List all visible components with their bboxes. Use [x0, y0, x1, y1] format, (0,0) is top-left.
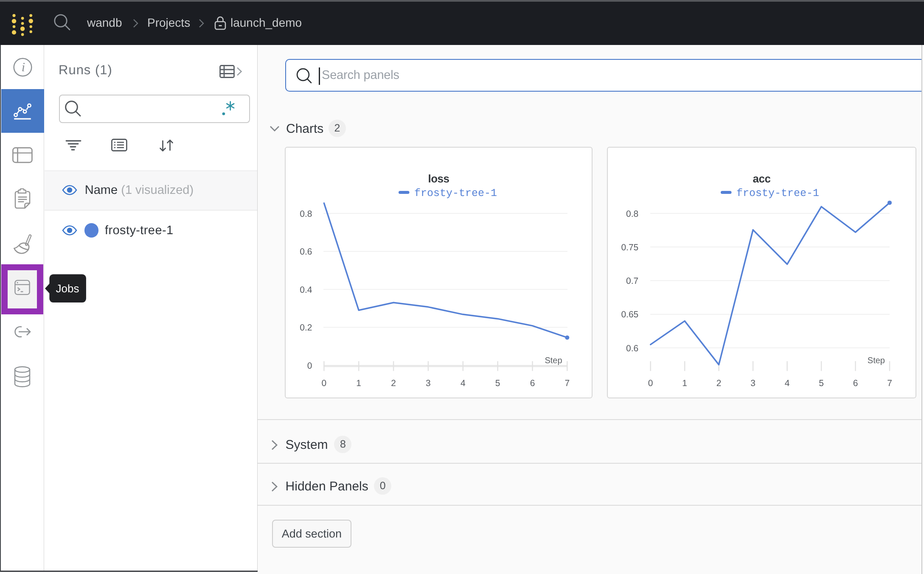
- svg-text:0.6: 0.6: [300, 247, 312, 257]
- svg-text:6: 6: [530, 378, 535, 388]
- svg-text:loss: loss: [428, 172, 449, 185]
- svg-text:4: 4: [461, 378, 466, 388]
- svg-text:Jobs: Jobs: [56, 282, 79, 295]
- svg-text:0.8: 0.8: [300, 209, 312, 219]
- svg-text:i: i: [22, 60, 25, 74]
- svg-text:2: 2: [391, 378, 396, 388]
- svg-text:0: 0: [648, 378, 653, 388]
- svg-text:5: 5: [819, 378, 824, 388]
- svg-text:7: 7: [565, 378, 570, 388]
- svg-text:6: 6: [853, 378, 858, 388]
- svg-text:5: 5: [495, 378, 500, 388]
- svg-text:0.65: 0.65: [621, 310, 638, 319]
- svg-text:0.2: 0.2: [300, 323, 312, 333]
- svg-text:0.6: 0.6: [626, 344, 638, 353]
- svg-text:Step: Step: [868, 356, 885, 365]
- svg-text:1: 1: [682, 378, 687, 388]
- svg-text:0.75: 0.75: [621, 243, 638, 252]
- svg-text:0.4: 0.4: [300, 285, 312, 295]
- svg-text:1: 1: [356, 378, 361, 388]
- svg-text:Step: Step: [545, 356, 562, 365]
- svg-text:0.7: 0.7: [626, 276, 638, 286]
- svg-text:acc: acc: [753, 172, 771, 185]
- svg-text:frosty-tree-1: frosty-tree-1: [736, 187, 819, 199]
- svg-text:4: 4: [785, 378, 790, 388]
- svg-text:2: 2: [716, 378, 722, 388]
- svg-text:frosty-tree-1: frosty-tree-1: [414, 187, 497, 199]
- svg-text:3: 3: [426, 378, 431, 388]
- svg-text:3: 3: [750, 378, 755, 388]
- svg-text:0: 0: [307, 361, 312, 371]
- svg-text:7: 7: [887, 378, 892, 388]
- svg-text:0.8: 0.8: [626, 209, 638, 219]
- svg-text:0: 0: [322, 378, 327, 388]
